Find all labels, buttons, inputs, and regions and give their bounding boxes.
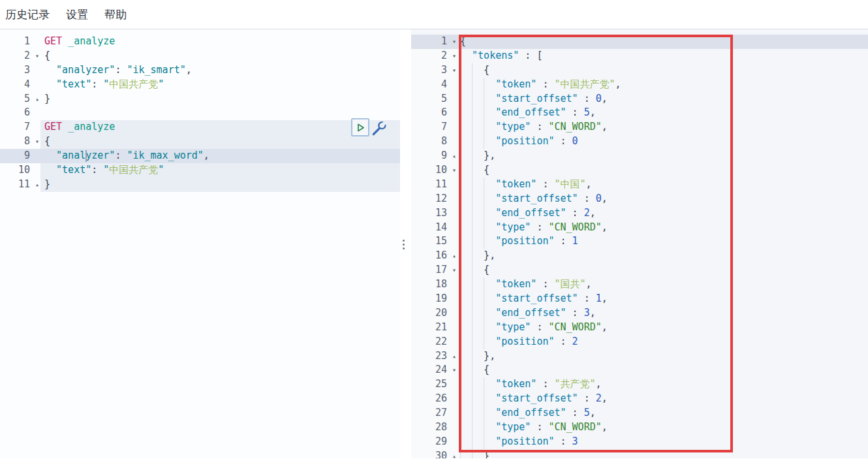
request-editor[interactable]: 1GET _analyze2▾{3 "analyzer": "ik_smart"… xyxy=(0,29,400,458)
fold-open-icon[interactable]: ▾ xyxy=(35,135,39,149)
code-line[interactable]: 4 "text": "中国共产党" xyxy=(0,78,400,92)
menu-item-history[interactable]: 历史记录 xyxy=(5,7,50,22)
line-number: 29 xyxy=(411,435,459,449)
fold-close-icon[interactable]: ▴ xyxy=(452,149,456,163)
code-line[interactable]: 22 "position" : 2 xyxy=(411,335,868,349)
token-punct: }, xyxy=(460,150,495,161)
fold-open-icon[interactable]: ▾ xyxy=(452,35,456,49)
code-line[interactable]: 13 "end_offset" : 2, xyxy=(411,206,868,221)
code-line[interactable]: 1GET _analyze xyxy=(0,35,400,49)
code-line[interactable]: 11▴} xyxy=(0,178,400,192)
token-key2: "type" xyxy=(495,221,531,233)
code-line[interactable]: 5▴} xyxy=(0,92,400,106)
fold-open-icon[interactable]: ▾ xyxy=(452,163,456,178)
line-number: 1 xyxy=(0,35,40,49)
token-punct: , xyxy=(590,207,596,219)
code-text: "position" : 0 xyxy=(459,135,868,149)
code-line[interactable]: 2▾ "tokens" : [ xyxy=(411,49,868,63)
code-line[interactable]: 29 "position" : 3 xyxy=(411,435,868,449)
code-text: }, xyxy=(459,249,868,263)
code-text: "position" : 2 xyxy=(459,335,868,349)
code-line[interactable]: 21 "type" : "CN_WORD", xyxy=(411,321,868,335)
code-text: }, xyxy=(459,149,868,163)
code-line[interactable]: 14 "type" : "CN_WORD", xyxy=(411,221,868,235)
code-line[interactable]: 8▾{ xyxy=(0,135,400,149)
token-punct: , xyxy=(602,321,608,333)
response-viewer[interactable]: 1▾{2▾ "tokens" : [3▾ {4 "token" : "中国共产党… xyxy=(411,29,868,458)
request-options-button[interactable] xyxy=(370,119,388,138)
line-number: 27 xyxy=(411,406,459,420)
code-line[interactable]: 17▾ { xyxy=(411,263,868,277)
code-line[interactable]: 19 "start_offset" : 1, xyxy=(411,292,868,306)
code-line[interactable]: 5 "start_offset" : 0, xyxy=(411,92,868,106)
line-number: 5▴ xyxy=(0,92,40,106)
code-line[interactable]: 2▾{ xyxy=(0,49,400,63)
code-line[interactable]: 9▴ }, xyxy=(411,149,868,163)
code-text: "analyzer": "ik_max_word", xyxy=(40,149,400,163)
code-line[interactable]: 6 xyxy=(0,106,400,120)
code-line[interactable]: 27 "end_offset" : 5, xyxy=(411,406,868,420)
fold-close-icon[interactable]: ▴ xyxy=(452,249,456,263)
token-punct xyxy=(460,135,495,147)
pane-splitter[interactable] xyxy=(400,29,411,458)
code-line[interactable]: 24▾ { xyxy=(411,363,868,377)
line-number: 4 xyxy=(411,78,459,92)
code-line[interactable]: 3▾ { xyxy=(411,63,868,78)
code-line[interactable]: 8 "position" : 0 xyxy=(411,135,868,149)
fold-open-icon[interactable]: ▾ xyxy=(452,49,456,63)
fold-close-icon[interactable]: ▴ xyxy=(35,178,39,192)
indent-guide xyxy=(484,420,484,435)
token-punct: : xyxy=(566,106,584,118)
token-str: "ik_max_word" xyxy=(127,150,203,161)
fold-open-icon[interactable]: ▾ xyxy=(452,263,456,277)
fold-open-icon[interactable]: ▾ xyxy=(35,49,39,63)
code-line[interactable]: 23▴ }, xyxy=(411,349,868,364)
line-number: 28 xyxy=(411,420,459,435)
code-line[interactable]: 7 "type" : "CN_WORD", xyxy=(411,120,868,135)
code-text: GET _analyze xyxy=(40,35,400,49)
code-line[interactable]: 26 "start_offset" : 2, xyxy=(411,392,868,406)
line-number: 4 xyxy=(0,78,40,92)
code-line[interactable]: 7GET _analyze xyxy=(0,120,400,135)
code-line[interactable]: 25 "token" : "共产党", xyxy=(411,377,868,392)
code-line[interactable]: 9 "analyzer": "ik_max_word", xyxy=(0,149,400,163)
code-line[interactable]: 10▾ { xyxy=(411,163,868,178)
indent-guide xyxy=(484,335,484,349)
token-punct xyxy=(460,235,495,247)
token-key2: "position" xyxy=(495,235,554,247)
code-line[interactable]: 11 "token" : "中国", xyxy=(411,178,868,192)
token-punct: : xyxy=(536,78,554,90)
code-line[interactable]: 28 "type" : "CN_WORD", xyxy=(411,420,868,435)
code-line[interactable]: 10 "text": "中国共产党" xyxy=(0,163,400,178)
menu-item-settings[interactable]: 设置 xyxy=(66,7,88,22)
code-line[interactable]: 12 "start_offset" : 0, xyxy=(411,192,868,206)
code-line[interactable]: 30▴ } xyxy=(411,449,868,458)
indent-guide xyxy=(484,135,484,149)
line-number: 10 xyxy=(0,163,40,178)
code-line[interactable]: 4 "token" : "中国共产党", xyxy=(411,78,868,92)
indent-guide xyxy=(460,221,461,235)
token-key2: "token" xyxy=(495,278,536,290)
token-key2: "end_offset" xyxy=(495,307,566,319)
indent-guide xyxy=(472,135,473,149)
fold-open-icon[interactable]: ▾ xyxy=(452,363,456,377)
indent-guide xyxy=(472,449,473,458)
fold-close-icon[interactable]: ▴ xyxy=(35,92,39,106)
play-icon xyxy=(356,123,365,133)
fold-close-icon[interactable]: ▴ xyxy=(452,349,456,364)
code-line[interactable]: 18 "token" : "国共", xyxy=(411,277,868,292)
fold-close-icon[interactable]: ▴ xyxy=(452,449,456,458)
fold-open-icon[interactable]: ▾ xyxy=(452,63,456,78)
indent-guide xyxy=(472,392,473,406)
code-line[interactable]: 20 "end_offset" : 3, xyxy=(411,306,868,321)
menu-item-help[interactable]: 帮助 xyxy=(104,7,127,22)
indent-guide xyxy=(472,277,473,292)
code-line[interactable]: 1▾{ xyxy=(411,35,868,49)
code-line[interactable]: 15 "position" : 1 xyxy=(411,234,868,249)
code-line[interactable]: 3 "analyzer": "ik_smart", xyxy=(0,63,400,78)
send-request-button[interactable] xyxy=(351,118,369,136)
code-line[interactable]: 16▴ }, xyxy=(411,249,868,263)
token-punct: }, xyxy=(460,249,495,261)
token-num: 0 xyxy=(572,135,578,147)
code-line[interactable]: 6 "end_offset" : 5, xyxy=(411,106,868,120)
